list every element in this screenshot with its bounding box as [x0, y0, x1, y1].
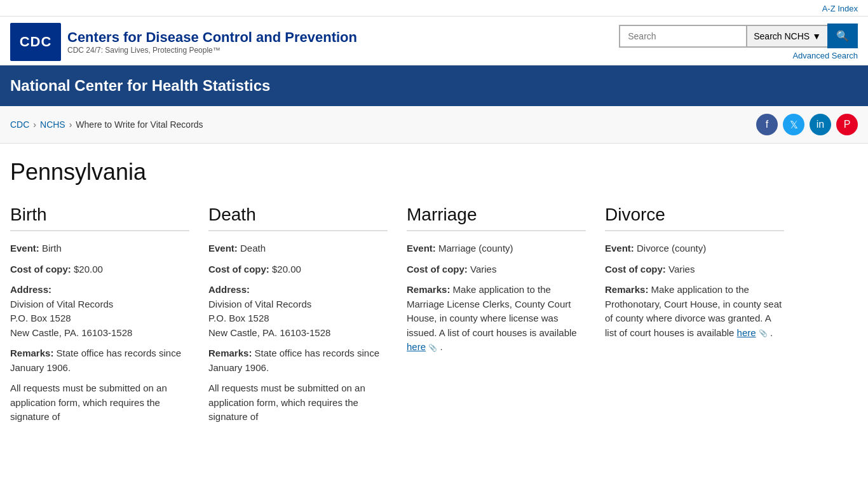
breadcrumb-cdc-link[interactable]: CDC: [10, 119, 29, 130]
twitter-icon[interactable]: 𝕏: [783, 114, 804, 135]
marriage-event: Event: Marriage (county): [407, 241, 586, 256]
advanced-search-link[interactable]: Advanced Search: [792, 51, 858, 60]
death-cost: Cost of copy: $20.00: [208, 262, 388, 277]
birth-address-label: Address:: [10, 284, 51, 295]
death-event-value: Death: [240, 243, 266, 254]
birth-column: Birth Event: Birth Cost of copy: $20.00 …: [10, 205, 196, 431]
search-row: Search NCHS ▼ 🔍: [619, 24, 858, 48]
birth-heading: Birth: [10, 205, 189, 231]
divorce-event-value: Divorce (county): [637, 243, 706, 254]
az-index-link[interactable]: A-Z Index: [822, 4, 858, 13]
divorce-cost: Cost of copy: Varies: [605, 262, 784, 277]
main-content: Pennsylvania Birth Event: Birth Cost of …: [0, 144, 801, 446]
death-event: Event: Death: [208, 241, 388, 256]
marriage-cost-label: Cost of copy:: [407, 264, 468, 274]
marriage-column: Marriage Event: Marriage (county) Cost o…: [407, 205, 592, 431]
org-tagline: CDC 24/7: Saving Lives, Protecting Peopl…: [67, 46, 357, 55]
death-address-label: Address:: [208, 284, 250, 295]
marriage-here-suffix: .: [440, 341, 442, 352]
breadcrumb-sep-2: ›: [69, 119, 72, 130]
birth-event: Event: Birth: [10, 241, 189, 256]
search-area: Search NCHS ▼ 🔍 Advanced Search: [619, 24, 858, 60]
death-address-line3: New Castle, PA. 16103-1528: [208, 327, 330, 338]
header: CDC Centers for Disease Control and Prev…: [0, 17, 868, 65]
external-link-icon: 📎: [428, 342, 437, 353]
death-remarks-label: Remarks:: [208, 348, 252, 358]
marriage-cost: Cost of copy: Varies: [407, 262, 586, 277]
birth-extra: All requests must be submitted on an app…: [10, 381, 189, 424]
birth-cost-label: Cost of copy:: [10, 264, 71, 274]
death-cost-label: Cost of copy:: [208, 264, 269, 274]
search-scope-button[interactable]: Search NCHS ▼: [746, 25, 827, 48]
birth-address-line3: New Castle, PA. 16103-1528: [10, 327, 132, 338]
birth-cost: Cost of copy: $20.00: [10, 262, 189, 277]
birth-remarks-label: Remarks:: [10, 348, 53, 358]
chevron-down-icon: ▼: [812, 31, 821, 41]
banner-title: National Center for Health Statistics: [10, 77, 270, 94]
divorce-remarks: Remarks: Make application to the Prothon…: [605, 283, 784, 340]
divorce-cost-value: Varies: [668, 264, 695, 274]
blue-banner: National Center for Health Statistics: [0, 65, 868, 106]
divorce-here-link[interactable]: here: [737, 327, 756, 338]
death-heading: Death: [208, 205, 388, 231]
death-event-label: Event:: [208, 243, 238, 254]
divorce-column: Divorce Event: Divorce (county) Cost of …: [605, 205, 790, 431]
records-grid: Birth Event: Birth Cost of copy: $20.00 …: [10, 205, 790, 431]
utility-bar: A-Z Index: [0, 0, 868, 17]
birth-address: Address: Division of Vital Records P.O. …: [10, 283, 189, 340]
org-info: Centers for Disease Control and Preventi…: [67, 29, 357, 55]
divorce-event: Event: Divorce (county): [605, 241, 784, 256]
death-cost-value: $20.00: [272, 264, 301, 274]
breadcrumb-sep-1: ›: [33, 119, 36, 130]
birth-event-label: Event:: [10, 243, 39, 254]
logo-area: CDC Centers for Disease Control and Prev…: [10, 23, 357, 61]
divorce-heading: Divorce: [605, 205, 784, 231]
birth-remarks: Remarks: State office has records since …: [10, 346, 189, 375]
birth-cost-value: $20.00: [74, 264, 103, 274]
breadcrumb-current: Where to Write for Vital Records: [76, 119, 203, 130]
marriage-heading: Marriage: [407, 205, 586, 231]
marriage-cost-value: Varies: [470, 264, 496, 274]
breadcrumb-nchs-link[interactable]: NCHS: [40, 119, 65, 130]
linkedin-icon[interactable]: in: [810, 114, 831, 135]
death-address-line1: Division of Vital Records: [208, 299, 311, 309]
divorce-here-suffix: .: [770, 327, 773, 338]
search-scope-label: Search NCHS: [754, 31, 810, 41]
divorce-event-label: Event:: [605, 243, 634, 254]
breadcrumb: CDC › NCHS › Where to Write for Vital Re…: [10, 119, 203, 130]
marriage-event-value: Marriage (county): [438, 243, 513, 254]
marriage-here-link[interactable]: here: [407, 341, 426, 352]
death-address-line2: P.O. Box 1528: [208, 313, 269, 323]
marriage-remarks: Remarks: Make application to the Marriag…: [407, 283, 586, 355]
page-title: Pennsylvania: [10, 159, 790, 186]
org-name: Centers for Disease Control and Preventi…: [67, 29, 357, 46]
pinterest-icon[interactable]: P: [836, 114, 858, 135]
search-icon: 🔍: [836, 30, 849, 42]
marriage-remarks-label: Remarks:: [407, 284, 450, 295]
death-remarks: Remarks: State office has records since …: [208, 346, 388, 375]
birth-event-value: Birth: [42, 243, 62, 254]
death-address: Address: Division of Vital Records P.O. …: [208, 283, 388, 340]
divorce-remarks-label: Remarks:: [605, 284, 648, 295]
search-submit-button[interactable]: 🔍: [827, 24, 858, 48]
cdc-logo: CDC: [10, 23, 61, 61]
search-input[interactable]: [619, 25, 746, 48]
death-column: Death Event: Death Cost of copy: $20.00 …: [208, 205, 394, 431]
marriage-event-label: Event:: [407, 243, 436, 254]
birth-address-line1: Division of Vital Records: [10, 299, 113, 309]
social-icons: f 𝕏 in P: [756, 114, 858, 135]
birth-address-line2: P.O. Box 1528: [10, 313, 71, 323]
divorce-cost-label: Cost of copy:: [605, 264, 666, 274]
facebook-icon[interactable]: f: [756, 114, 778, 135]
divorce-external-link-icon: 📎: [759, 328, 768, 339]
breadcrumb-row: CDC › NCHS › Where to Write for Vital Re…: [0, 106, 868, 144]
death-extra: All requests must be submitted on an app…: [208, 381, 388, 424]
